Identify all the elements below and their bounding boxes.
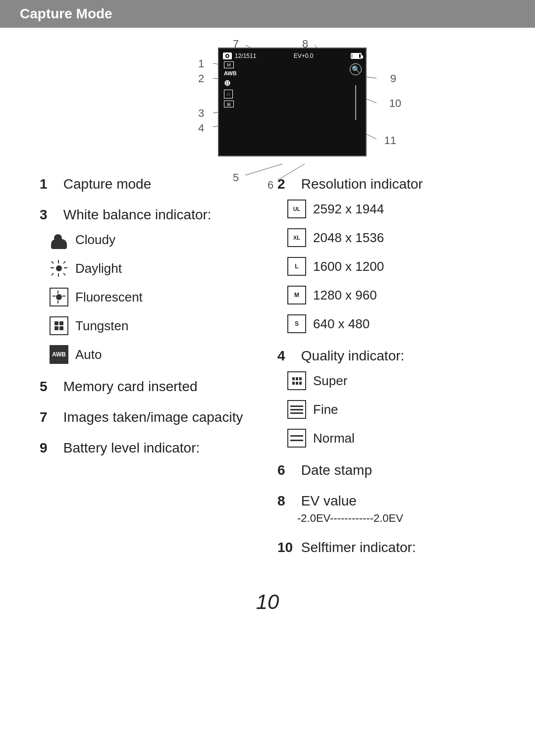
cam-right: 🔍 xyxy=(350,63,362,120)
label-1: 1 xyxy=(198,57,204,70)
label-2: 2 xyxy=(198,72,204,85)
page-number: 10 xyxy=(0,590,535,614)
content-grid: 1 Capture mode 3 White balance indicator… xyxy=(0,176,535,570)
item2-header: 2 Resolution indicator xyxy=(277,176,495,192)
res-s-label: 640 x 480 xyxy=(313,316,370,332)
cam-ev: EV+0.0 xyxy=(294,52,314,59)
label-11: 11 xyxy=(384,134,396,147)
camera-screen: 12/1511 EV+0.0 M AWB ⊕ xyxy=(218,48,367,156)
cam-storage-icon: ▤ xyxy=(224,101,234,107)
header-title: Capture Mode xyxy=(20,6,112,21)
quality-normal-label: Normal xyxy=(313,431,355,446)
cam-icon-row: M AWB ⊕ □ ▤ xyxy=(223,61,362,107)
res-ul: UL 2592 x 1944 xyxy=(287,200,495,218)
super-icon xyxy=(287,371,306,390)
wb-tungsten-label: Tungsten xyxy=(75,318,128,334)
res-xl-icon: XL xyxy=(287,228,306,247)
quality-super-label: Super xyxy=(313,373,347,389)
label-6: 6 xyxy=(268,179,273,192)
res-s-icon: S xyxy=(287,314,306,333)
wb-cloudy-label: Cloudy xyxy=(75,232,115,248)
res-l-label: 1600 x 1200 xyxy=(313,259,384,274)
item6-num: 6 xyxy=(277,462,297,478)
item7-label: Images taken/image capacity xyxy=(63,409,243,425)
item-6: 6 Date stamp xyxy=(277,462,495,478)
cam-resolution-icon: M xyxy=(224,61,234,68)
wb-fluorescent-label: Fluorescent xyxy=(75,290,143,305)
item7-num: 7 xyxy=(40,409,59,425)
res-xl: XL 2048 x 1536 xyxy=(287,228,495,247)
wb-daylight-label: Daylight xyxy=(75,261,122,276)
res-l-icon: L xyxy=(287,257,306,276)
header-bar: Capture Mode xyxy=(0,0,535,28)
item2-sub-items: UL 2592 x 1944 XL 2048 x 1536 L 1600 x 1… xyxy=(287,200,495,333)
left-column: 1 Capture mode 3 White balance indicator… xyxy=(30,176,268,570)
res-xl-label: 2048 x 1536 xyxy=(313,230,384,246)
wb-auto-label: Auto xyxy=(75,347,102,362)
item-9: 9 Battery level indicator: xyxy=(40,440,258,456)
item-4: 4 Quality indicator: xyxy=(277,348,495,448)
cam-slider-line xyxy=(355,85,356,120)
item-10: 10 Selftimer indicator: xyxy=(277,540,495,555)
wb-daylight: Daylight xyxy=(50,259,258,278)
wb-fluorescent: Fluorescent xyxy=(50,288,258,306)
item10-num: 10 xyxy=(277,540,297,555)
item4-sub-items: Super Fine Normal xyxy=(287,371,495,448)
item10-label: Selftimer indicator: xyxy=(301,540,416,555)
res-m-label: 1280 x 960 xyxy=(313,288,377,303)
item3-sub-items: Cloudy xyxy=(50,230,258,364)
cam-battery xyxy=(351,53,362,59)
res-ul-icon: UL xyxy=(287,200,306,218)
svg-line-6 xyxy=(245,164,282,175)
res-s: S 640 x 480 xyxy=(287,314,495,333)
wb-auto: AWB Auto xyxy=(50,345,258,364)
page-num-value: 10 xyxy=(256,590,279,613)
quality-super: Super xyxy=(287,371,495,390)
item2-num: 2 xyxy=(277,176,297,192)
cam-zoom-icon: 🔍 xyxy=(350,63,362,75)
cloudy-icon xyxy=(50,230,68,249)
item1-num: 1 xyxy=(40,176,59,192)
item-7: 7 Images taken/image capacity xyxy=(40,409,258,425)
cam-quality-icon: ⊕ xyxy=(224,78,362,88)
item-1: 1 Capture mode xyxy=(40,176,258,192)
item4-label: Quality indicator: xyxy=(301,348,405,363)
item9-num: 9 xyxy=(40,440,59,456)
quality-fine-label: Fine xyxy=(313,402,338,417)
camera-screen-area: 7 8 1 2 3 4 5 6 9 10 11 xyxy=(0,43,535,156)
item3-label: White balance indicator: xyxy=(63,207,212,222)
item8-sublabel: -2.0EV------------2.0EV xyxy=(297,512,495,525)
item6-label: Date stamp xyxy=(301,462,372,478)
item1-label: Capture mode xyxy=(63,176,151,192)
res-ul-label: 2592 x 1944 xyxy=(313,202,384,217)
camera-screen-wrapper: 12/1511 EV+0.0 M AWB ⊕ xyxy=(218,48,367,156)
cam-top-bar: 12/1511 EV+0.0 xyxy=(223,52,362,59)
cam-awb-icon: AWB xyxy=(224,70,362,76)
fluorescent-icon xyxy=(50,288,68,306)
item5-label: Memory card inserted xyxy=(63,379,198,394)
res-l: L 1600 x 1200 xyxy=(287,257,495,276)
item5-num: 5 xyxy=(40,379,59,395)
item-8: 8 EV value -2.0EV------------2.0EV xyxy=(277,493,495,525)
item3-header: 3 White balance indicator: xyxy=(40,207,258,223)
item8-num: 8 xyxy=(277,493,297,509)
normal-icon xyxy=(287,429,306,448)
item9-label: Battery level indicator: xyxy=(63,440,200,455)
daylight-icon xyxy=(50,259,68,278)
camera-diagram: 7 8 1 2 3 4 5 6 9 10 11 xyxy=(168,43,367,156)
quality-fine: Fine xyxy=(287,400,495,419)
item8-label: EV value xyxy=(301,493,357,508)
item4-num: 4 xyxy=(277,348,297,364)
cam-counter: 12/1511 xyxy=(235,52,256,59)
tungsten-icon xyxy=(50,316,68,335)
awb-icon: AWB xyxy=(50,345,68,364)
camera-icon xyxy=(223,52,232,59)
item2-label: Resolution indicator xyxy=(301,176,423,192)
item-3: 3 White balance indicator: Cloudy xyxy=(40,207,258,364)
item-5: 5 Memory card inserted xyxy=(40,379,258,395)
cam-frame-icon: □ xyxy=(224,90,233,99)
item-2: 2 Resolution indicator UL 2592 x 1944 XL… xyxy=(277,176,495,333)
item3-num: 3 xyxy=(40,207,59,223)
cam-top-left: 12/1511 xyxy=(223,52,256,59)
label-3: 3 xyxy=(198,107,204,120)
